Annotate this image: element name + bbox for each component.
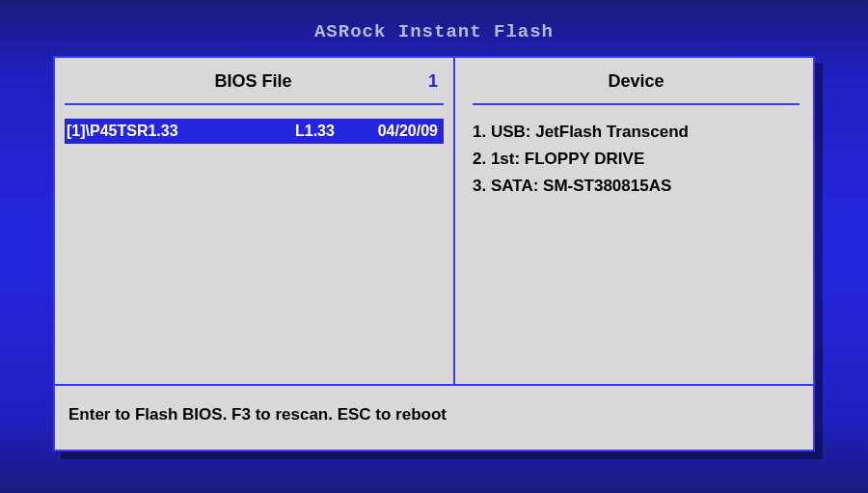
device-header-label: Device [473,71,800,105]
bios-file-count: 1 [409,71,438,92]
bios-file-date: 04/20/09 [363,123,438,140]
upper-panels: BIOS File 1 [1]\P45TSR1.33 L1.33 04/20/0… [55,58,813,386]
footer-instructions: Enter to Flash BIOS. F3 to rescan. ESC t… [55,386,813,425]
bios-file-panel: BIOS File 1 [1]\P45TSR1.33 L1.33 04/20/0… [55,58,455,384]
bios-file-version: L1.33 [295,123,363,140]
device-item: 1. USB: JetFlash Transcend [473,119,800,146]
device-panel: Device 1. USB: JetFlash Transcend 2. 1st… [455,58,813,384]
device-list: 1. USB: JetFlash Transcend 2. 1st: FLOPP… [473,119,800,200]
main-frame: BIOS File 1 [1]\P45TSR1.33 L1.33 04/20/0… [53,56,815,452]
bios-file-header: BIOS File 1 [65,71,444,105]
bios-file-name: [1]\P45TSR1.33 [67,123,295,140]
device-item: 2. 1st: FLOPPY DRIVE [473,146,800,173]
page-title: ASRock Instant Flash [0,0,868,42]
device-item: 3. SATA: SM-ST380815AS [473,173,800,200]
bios-file-header-label: BIOS File [97,71,409,92]
bios-file-row[interactable]: [1]\P45TSR1.33 L1.33 04/20/09 [65,119,444,144]
